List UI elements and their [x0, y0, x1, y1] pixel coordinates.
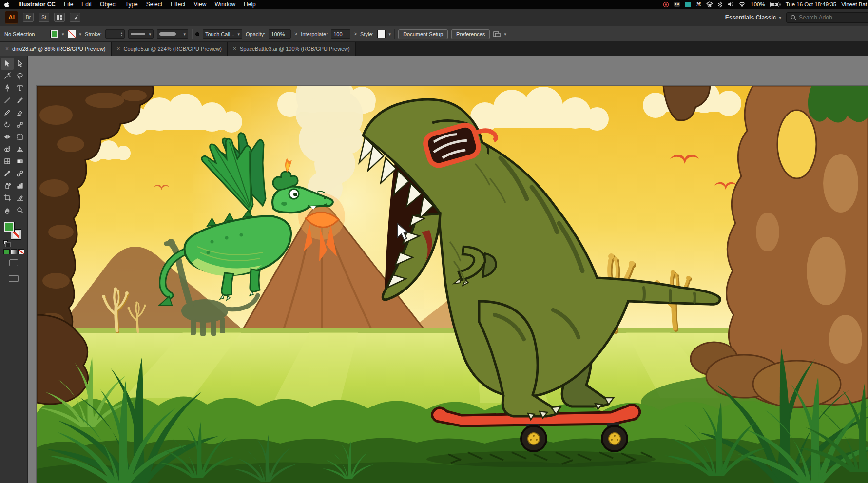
- teal-app-icon[interactable]: [685, 2, 691, 7]
- document-tabbar: × dino28.ai* @ 86% (RGB/GPU Preview) × C…: [0, 42, 868, 56]
- document-setup-button[interactable]: Document Setup: [398, 29, 448, 39]
- menu-file[interactable]: File: [64, 1, 73, 8]
- fill-color-swatch[interactable]: [50, 30, 58, 38]
- chevron-down-icon[interactable]: ▾: [62, 32, 64, 37]
- apple-menu-icon[interactable]: [4, 1, 10, 8]
- menu-help[interactable]: Help: [244, 1, 256, 8]
- column-graph-tool[interactable]: [14, 179, 26, 192]
- touch-calligraphic-dropdown[interactable]: Touch Call... ▾: [203, 29, 242, 39]
- draw-mode-icon[interactable]: [9, 259, 18, 266]
- workspace-label: Essentials Classic: [725, 14, 776, 21]
- panel-options-icon[interactable]: ▾: [493, 31, 506, 38]
- free-transform-tool[interactable]: [14, 131, 26, 143]
- command-icon[interactable]: ⌘: [696, 1, 701, 8]
- paintbrush-tool[interactable]: [14, 94, 26, 106]
- menubar-app-name: Illustrator CC: [19, 1, 56, 8]
- wifi-icon[interactable]: [738, 1, 746, 8]
- menubar-user[interactable]: Vineet Bat: [841, 1, 867, 7]
- gradient-tool[interactable]: [14, 155, 26, 167]
- blend-tool[interactable]: [14, 167, 26, 179]
- eraser-tool[interactable]: [14, 106, 26, 118]
- arrange-documents-icon[interactable]: [54, 13, 65, 22]
- slice-tool[interactable]: [14, 192, 26, 204]
- chevron-down-icon[interactable]: ▾: [79, 32, 82, 37]
- shape-builder-tool[interactable]: [1, 143, 14, 155]
- color-mode-button[interactable]: [3, 249, 10, 254]
- stock-button[interactable]: St: [39, 13, 49, 22]
- fill-stroke-widget[interactable]: [2, 221, 25, 243]
- fill-swatch[interactable]: [4, 222, 15, 232]
- menu-select[interactable]: Select: [146, 1, 162, 8]
- canvas-area[interactable]: [28, 56, 868, 483]
- chevron-down-icon[interactable]: ▾: [389, 32, 391, 37]
- bluetooth-icon[interactable]: [718, 1, 722, 8]
- gradient-mode-button[interactable]: [11, 249, 17, 254]
- scale-tool[interactable]: [14, 118, 26, 131]
- interpolate-field[interactable]: 100: [331, 29, 350, 39]
- line-segment-tool[interactable]: [1, 94, 14, 106]
- preferences-button[interactable]: Preferences: [451, 29, 490, 39]
- close-icon[interactable]: ×: [5, 45, 9, 52]
- battery-icon[interactable]: [770, 1, 781, 8]
- application-bar: Ai Br St Essentials Classic ▾: [0, 9, 868, 26]
- eyedropper-tool[interactable]: [1, 167, 14, 179]
- volume-icon[interactable]: [727, 1, 733, 8]
- workspace-switcher[interactable]: Essentials Classic ▾: [725, 14, 781, 21]
- artboard-dino-illustration[interactable]: [37, 86, 868, 483]
- stroke-profile-dropdown[interactable]: ▾: [128, 29, 154, 39]
- selection-tool[interactable]: [1, 58, 14, 70]
- chevron-down-icon: ▾: [504, 32, 506, 37]
- stroke-weight-field[interactable]: ▴▾: [105, 29, 125, 39]
- menu-view[interactable]: View: [194, 1, 207, 8]
- search-input[interactable]: [799, 14, 868, 21]
- type-tool[interactable]: [14, 82, 26, 94]
- perspective-grid-tool[interactable]: [14, 143, 26, 155]
- stroke-color-swatch[interactable]: [68, 30, 76, 38]
- default-fill-stroke-icon[interactable]: [3, 240, 8, 244]
- close-icon[interactable]: ×: [117, 45, 120, 52]
- direct-selection-tool[interactable]: [14, 58, 26, 70]
- mesh-tool[interactable]: [1, 155, 14, 167]
- tab-label: dino28.ai* @ 86% (RGB/GPU Preview): [12, 46, 106, 52]
- lasso-tool[interactable]: [14, 70, 26, 82]
- go-to-bridge-button[interactable]: Br: [23, 13, 34, 22]
- brush-definition-dropdown[interactable]: ▾: [157, 29, 188, 39]
- screen-record-icon[interactable]: [663, 1, 669, 8]
- menu-object[interactable]: Object: [100, 1, 117, 8]
- hand-tool[interactable]: [1, 204, 14, 216]
- magic-wand-tool[interactable]: [1, 70, 14, 82]
- share-icon[interactable]: [70, 13, 80, 22]
- menu-effect[interactable]: Effect: [171, 1, 185, 8]
- opacity-menu-arrow[interactable]: >: [294, 31, 297, 37]
- opacity-field[interactable]: 100%: [269, 29, 291, 39]
- interpolate-label: Interpolate:: [301, 31, 328, 37]
- menu-edit[interactable]: Edit: [81, 1, 92, 8]
- artboard-tool[interactable]: [1, 192, 14, 204]
- tab-spacebattle3[interactable]: × SpaceBattle3.ai @ 100% (RGB/GPU Previe…: [228, 42, 356, 56]
- stepper-down-icon[interactable]: ▾: [121, 34, 122, 37]
- chevron-down-icon: ▾: [149, 32, 151, 37]
- close-icon[interactable]: ×: [233, 45, 236, 52]
- menu-type[interactable]: Type: [125, 1, 138, 8]
- menu-window[interactable]: Window: [214, 1, 235, 8]
- style-swatch[interactable]: [377, 30, 386, 38]
- width-tool[interactable]: [1, 131, 14, 143]
- pencil-tool[interactable]: [1, 106, 14, 118]
- pen-tool[interactable]: [1, 82, 14, 94]
- screen-mode-icon[interactable]: [9, 275, 19, 282]
- tools-panel: [0, 56, 28, 483]
- tab-label: Couple5.ai @ 224% (RGB/GPU Preview): [124, 46, 222, 52]
- menubar-clock[interactable]: Tue 16 Oct 18:49:35: [786, 1, 836, 7]
- tab-dino28[interactable]: × dino28.ai* @ 86% (RGB/GPU Preview): [0, 42, 112, 56]
- interpolate-menu-arrow[interactable]: >: [354, 31, 357, 37]
- search-box[interactable]: [786, 12, 868, 23]
- bi-app-icon[interactable]: BI: [674, 2, 680, 7]
- style-label: Style:: [360, 31, 374, 37]
- chevron-down-icon: ▾: [183, 32, 186, 37]
- tab-couple5[interactable]: × Couple5.ai @ 224% (RGB/GPU Preview): [112, 42, 228, 56]
- symbol-sprayer-tool[interactable]: [1, 179, 14, 192]
- layers-icon[interactable]: [706, 1, 713, 8]
- rotate-tool[interactable]: [1, 118, 14, 131]
- none-mode-button[interactable]: [18, 249, 24, 254]
- zoom-tool[interactable]: [14, 204, 26, 216]
